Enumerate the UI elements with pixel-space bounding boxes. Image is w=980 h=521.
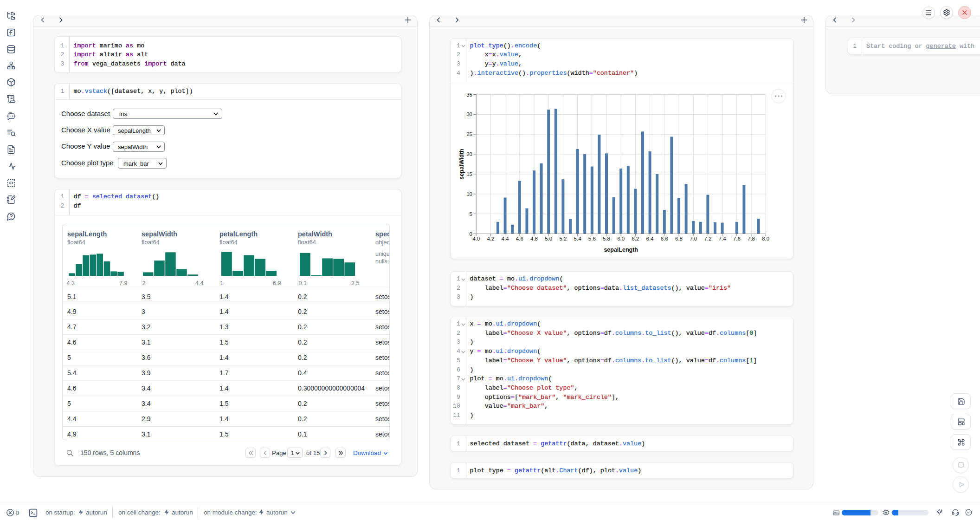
svg-text:0: 0 [470,231,472,237]
svg-text:5.2: 5.2 [559,236,567,241]
svg-text:4.8: 4.8 [530,236,538,241]
svg-text:4.4: 4.4 [502,236,509,241]
svg-text:sepalLength: sepalLength [604,247,638,253]
svg-text:4.0: 4.0 [472,236,480,241]
svg-text:sepalWidth: sepalWidth [458,149,465,180]
svg-text:7.8: 7.8 [748,236,755,241]
svg-text:10: 10 [466,191,472,197]
svg-text:6.6: 6.6 [661,236,668,241]
svg-text:5.0: 5.0 [545,236,552,241]
svg-text:8.0: 8.0 [762,236,769,241]
svg-text:5.6: 5.6 [588,236,596,241]
svg-text:25: 25 [466,131,472,137]
svg-text:35: 35 [466,92,472,98]
svg-text:5.4: 5.4 [574,236,582,241]
svg-text:7.4: 7.4 [719,236,727,241]
svg-text:7.6: 7.6 [733,236,741,241]
svg-text:6.2: 6.2 [632,236,639,241]
svg-text:30: 30 [466,111,472,117]
svg-text:5: 5 [470,211,472,217]
svg-text:6.8: 6.8 [675,236,683,241]
svg-text:4.6: 4.6 [516,236,523,241]
svg-text:7.0: 7.0 [690,236,697,241]
svg-text:6.4: 6.4 [646,236,654,241]
svg-text:5.8: 5.8 [603,236,610,241]
svg-text:15: 15 [466,171,472,177]
svg-text:6.0: 6.0 [617,236,625,241]
svg-text:7.2: 7.2 [704,236,711,241]
svg-text:4.2: 4.2 [487,236,494,241]
svg-text:20: 20 [466,151,472,157]
